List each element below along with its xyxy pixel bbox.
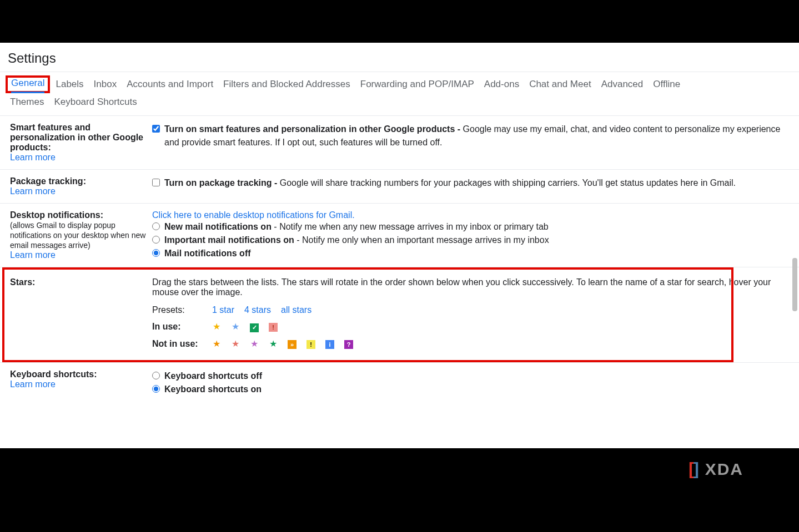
radio-new-mail-on[interactable] [152,222,160,230]
label-keyboard-shortcuts: Keyboard shortcuts: Learn more [10,369,152,396]
xda-text: XDA [705,460,743,479]
checkbox-smart-features[interactable] [152,125,160,133]
red-bang-icon[interactable]: ! [269,323,278,332]
section-desktop-notifications: Desktop notifications: (allows Gmail to … [0,204,799,267]
orange-star-icon[interactable]: ★ [212,339,221,348]
label-desktop-notifications: Desktop notifications: (allows Gmail to … [10,210,152,260]
tab-chat-meet[interactable]: Chat and Meet [529,79,591,90]
section-keyboard-shortcuts: Keyboard shortcuts: Learn more Keyboard … [0,363,799,403]
yellow-bang-icon[interactable]: ! [306,340,315,349]
preset-4-stars[interactable]: 4 stars [244,305,271,315]
tab-general[interactable]: General [11,78,44,93]
stars-instruction-bold: Drag the stars between the lists. [152,277,279,287]
xda-watermark: [ ] XDA [686,459,743,480]
tab-filters-blocked[interactable]: Filters and Blocked Addresses [223,79,350,90]
green-check-icon[interactable]: ✓ [250,323,259,332]
in-use-icons: ★★✓! [212,322,288,332]
tab-accounts-import[interactable]: Accounts and Import [127,79,213,90]
settings-panel: Settings General Labels Inbox Accounts a… [0,43,799,448]
value-smart-features: Turn on smart features and personalizati… [152,123,789,163]
link-enable-desktop-notifications[interactable]: Click here to enable desktop notificatio… [152,210,355,220]
label-package-tracking: Package tracking: Learn more [10,176,152,196]
scrollbar-thumb[interactable] [792,258,797,311]
tab-advanced[interactable]: Advanced [601,79,644,90]
radio-shortcuts-off[interactable] [152,372,160,379]
radio-important-mail-on[interactable] [152,236,160,244]
letterbox-top [0,0,799,43]
blue-info-icon[interactable]: i [325,340,334,349]
settings-body[interactable]: Smart features and personalization in ot… [0,116,799,430]
page-title: Settings [0,43,799,72]
learn-more-package-tracking[interactable]: Learn more [10,186,56,196]
bracket-right-icon: ] [691,459,701,480]
tabs-container: General Labels Inbox Accounts and Import… [0,72,799,116]
section-package-tracking: Package tracking: Learn more Turn on pac… [0,170,799,204]
section-stars: Stars: Drag the stars between the lists.… [0,267,799,363]
learn-more-desktop-notifications[interactable]: Learn more [10,250,56,260]
preset-1-star[interactable]: 1 star [212,305,234,315]
learn-more-keyboard-shortcuts[interactable]: Learn more [10,379,56,389]
in-use-label: In use: [152,322,205,332]
learn-more-smart-features[interactable]: Learn more [10,153,56,162]
checkbox-label-package-tracking: Turn on package tracking - [164,178,280,188]
preset-all-stars[interactable]: all stars [281,305,311,315]
tab-themes[interactable]: Themes [10,97,44,108]
tabs-row-2: Themes Keyboard Shortcuts [6,97,799,115]
value-package-tracking: Turn on package tracking - Google will s… [152,176,789,196]
value-stars: Drag the stars between the lists. The st… [152,277,789,352]
sublabel-desktop-notifications: (allows Gmail to display popup notificat… [10,221,145,250]
tab-addons[interactable]: Add-ons [484,79,519,90]
green-star-icon[interactable]: ★ [269,339,278,348]
tabs-row-1: General Labels Inbox Accounts and Import… [6,72,799,97]
tab-labels[interactable]: Labels [56,79,83,90]
checkbox-package-tracking[interactable] [152,179,160,186]
yellow-star-icon[interactable]: ★ [212,322,221,331]
label-stars: Stars: [10,277,152,352]
tab-offline[interactable]: Offline [653,79,680,90]
tab-inbox[interactable]: Inbox [94,79,117,90]
value-keyboard-shortcuts: Keyboard shortcuts off Keyboard shortcut… [152,369,789,396]
tab-keyboard-shortcuts[interactable]: Keyboard Shortcuts [54,97,137,108]
blue-star-icon[interactable]: ★ [231,322,240,331]
value-desktop-notifications: Click here to enable desktop notificatio… [152,210,789,260]
not-in-use-label: Not in use: [152,339,205,349]
letterbox-bottom: [ ] XDA [0,448,799,532]
purple-star-icon[interactable]: ★ [250,339,259,348]
highlight-box-general-tab: General [6,75,50,93]
presets-label: Presets: [152,305,205,315]
label-smart-features: Smart features and personalization in ot… [10,123,152,163]
not-in-use-icons: ★★★★»!i? [212,339,363,349]
section-smart-features: Smart features and personalization in ot… [0,116,799,170]
purple-question-icon[interactable]: ? [344,340,353,349]
desc-package-tracking: Google will share tracking numbers for y… [280,178,736,188]
radio-mail-off[interactable] [152,249,160,257]
checkbox-label-smart-features: Turn on smart features and personalizati… [164,124,463,134]
radio-shortcuts-on[interactable] [152,385,160,393]
orange-guillemet-icon[interactable]: » [288,340,297,349]
red-star-icon[interactable]: ★ [231,339,240,348]
tab-forwarding-pop-imap[interactable]: Forwarding and POP/IMAP [360,79,474,90]
